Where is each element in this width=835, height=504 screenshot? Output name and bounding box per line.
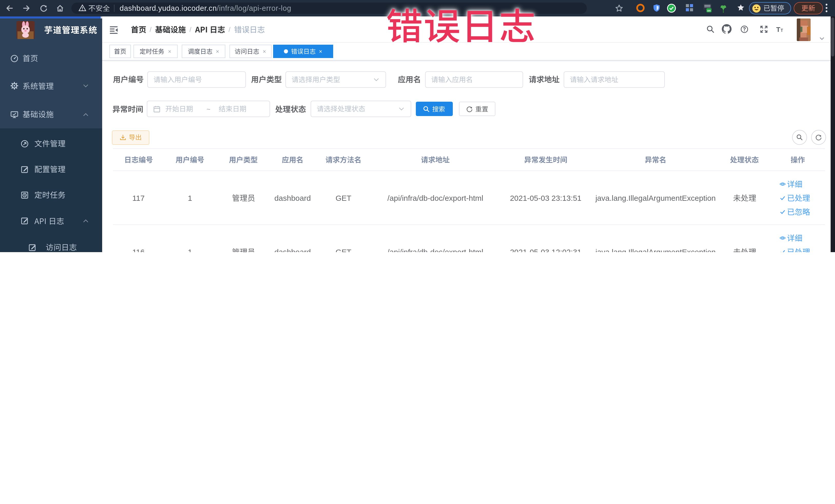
svg-text:T: T [776,26,780,33]
svg-text:T: T [780,28,783,33]
svg-text:on: on [707,9,711,12]
